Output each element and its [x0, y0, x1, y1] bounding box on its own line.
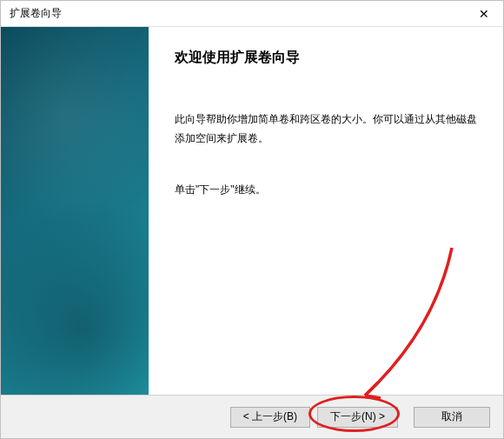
close-button[interactable]: ✕: [464, 1, 503, 27]
titlebar: 扩展卷向导 ✕: [1, 1, 503, 27]
wizard-description: 此向导帮助你增加简单卷和跨区卷的大小。你可以通过从其他磁盘添加空间来扩展卷。: [175, 110, 477, 148]
wizard-sidebar-image: [1, 27, 149, 395]
wizard-heading: 欢迎使用扩展卷向导: [175, 49, 477, 67]
wizard-instruction: 单击"下一步"继续。: [175, 183, 477, 197]
wizard-dialog: 扩展卷向导 ✕ 欢迎使用扩展卷向导 此向导帮助你增加简单卷和跨区卷的大小。你可以…: [0, 0, 504, 439]
back-button[interactable]: < 上一步(B): [230, 407, 310, 428]
main-content: 欢迎使用扩展卷向导 此向导帮助你增加简单卷和跨区卷的大小。你可以通过从其他磁盘添…: [149, 27, 503, 395]
close-icon: ✕: [479, 7, 489, 21]
content-area: 欢迎使用扩展卷向导 此向导帮助你增加简单卷和跨区卷的大小。你可以通过从其他磁盘添…: [1, 27, 503, 395]
cancel-button[interactable]: 取消: [414, 407, 490, 428]
button-bar: < 上一步(B) 下一步(N) > 取消: [1, 395, 503, 438]
next-button[interactable]: 下一步(N) >: [317, 407, 398, 428]
dialog-title: 扩展卷向导: [10, 6, 62, 21]
